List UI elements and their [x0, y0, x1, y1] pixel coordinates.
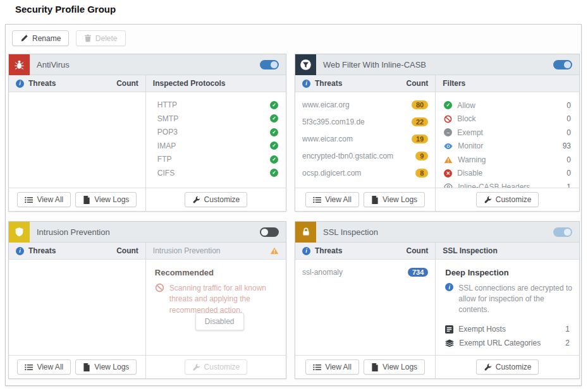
- view-all-label: View All: [37, 363, 63, 371]
- prohibited-icon: [155, 283, 164, 316]
- threat-count-badge: 9: [415, 152, 428, 160]
- enabled-check-icon: ✓: [270, 114, 278, 123]
- ips-right-header: Intrusion Prevention: [146, 243, 286, 260]
- protocol-row: IMAP✓: [157, 141, 278, 150]
- ssl-title: SSL Inspection: [323, 227, 553, 237]
- rename-label: Rename: [32, 34, 61, 43]
- antivirus-customize-button[interactable]: Customize: [185, 192, 248, 207]
- log-icon: [83, 196, 90, 204]
- recommended-text: Scanning traffic for all known threats a…: [169, 283, 285, 316]
- antivirus-title: AntiVirus: [37, 60, 260, 69]
- enabled-check-icon: ✓: [270, 101, 278, 109]
- filters-list: ✓ Allow 0 Block 0 – Exempt 0: [436, 92, 579, 188]
- ssl-header: SSL Inspection: [295, 222, 579, 243]
- exempt-hosts-count: 1: [565, 325, 570, 334]
- view-logs-label: View Logs: [94, 195, 129, 204]
- ips-customize-button[interactable]: Customize: [185, 359, 248, 375]
- delete-label: Delete: [95, 34, 118, 43]
- filters-label: Filters: [443, 79, 465, 88]
- toolbar: Rename Delete: [6, 25, 581, 54]
- protocol-name: SMTP: [157, 114, 178, 123]
- filter-row: Monitor 93: [444, 140, 571, 153]
- antivirus-view-logs-button[interactable]: View Logs: [75, 192, 137, 207]
- webfilter-customize-button[interactable]: Customize: [476, 192, 539, 207]
- deep-inspection-text: SSL connections are decrypted to allow f…: [458, 283, 577, 315]
- threat-count-badge: 22: [412, 117, 428, 126]
- filter-count: 0: [567, 101, 571, 110]
- ssl-customize-button[interactable]: Customize: [476, 359, 539, 375]
- view-all-label: View All: [325, 195, 352, 204]
- view-all-label: View All: [325, 363, 352, 371]
- customize-label: Customize: [204, 195, 240, 204]
- disabled-tooltip: Disabled: [195, 313, 244, 330]
- filter-count: 1: [567, 183, 571, 188]
- webfilter-view-all-button[interactable]: View All: [305, 192, 359, 207]
- exempt-hosts-label: Exempt Hosts: [458, 325, 506, 334]
- antivirus-toggle[interactable]: [260, 60, 279, 69]
- warning-triangle-icon: [444, 156, 453, 164]
- ips-view-all-button[interactable]: View All: [17, 359, 71, 375]
- threat-name: ssl-anomaly: [302, 268, 343, 277]
- layers-icon: [445, 339, 454, 347]
- customize-label: Customize: [496, 363, 532, 371]
- view-logs-label: View Logs: [383, 195, 417, 204]
- ips-toggle[interactable]: [260, 227, 279, 237]
- disable-icon: ✕: [444, 169, 452, 177]
- trash-icon: [84, 34, 92, 42]
- filter-label: Inline-CASB Headers: [458, 183, 530, 188]
- threat-row: ocsp.digicert.com8: [302, 164, 428, 181]
- wrench-icon: [192, 196, 200, 204]
- filter-row: – Exempt 0: [444, 126, 571, 140]
- webfilter-toggle[interactable]: [553, 60, 572, 69]
- enabled-check-icon: ✓: [270, 155, 278, 164]
- webfilter-view-logs-button[interactable]: View Logs: [364, 192, 425, 207]
- threat-count-badge: 80: [412, 100, 428, 109]
- protocol-name: HTTP: [157, 100, 177, 109]
- threat-count-badge: 19: [412, 135, 428, 143]
- filter-row: ✕ Disable 0: [444, 167, 571, 181]
- inspected-protocols-label: Inspected Protocols: [153, 79, 226, 88]
- ssl-inspection-header: SSL Inspection: [436, 243, 579, 260]
- filter-count: 93: [563, 141, 571, 150]
- log-icon: [371, 363, 379, 371]
- ips-view-logs-button[interactable]: View Logs: [75, 359, 137, 375]
- ssl-view-all-button[interactable]: View All: [305, 359, 359, 375]
- allow-icon: ✓: [444, 101, 452, 109]
- ssl-inspection-label: SSL Inspection: [443, 246, 497, 255]
- ssl-inspection-panel: Deep Inspection i SSL connections are de…: [436, 260, 579, 355]
- ssl-threats-list: ssl-anomaly 734: [295, 260, 435, 355]
- protocol-name: FTP: [157, 155, 172, 164]
- threats-label: Threats: [315, 79, 342, 88]
- wrench-icon: [192, 363, 200, 371]
- threat-row: ssl-anomaly 734: [302, 263, 428, 280]
- count-label: Count: [407, 246, 429, 255]
- count-label: Count: [407, 79, 429, 88]
- list-icon: [313, 364, 321, 371]
- webfilter-threats-list: www.eicar.org80 5f3c395.com19.de22 www.e…: [295, 92, 435, 188]
- ssl-view-logs-button[interactable]: View Logs: [364, 359, 425, 375]
- threat-name: www.eicar.com: [302, 135, 353, 143]
- ssl-threats-header: i Threats Count: [295, 243, 435, 260]
- filters-header: Filters: [436, 75, 579, 92]
- threats-label: Threats: [28, 246, 56, 255]
- protocol-name: POP3: [157, 128, 178, 136]
- threat-row: www.eicar.com19: [302, 130, 428, 147]
- rename-button[interactable]: Rename: [12, 30, 69, 46]
- customize-label: Customize: [496, 195, 532, 204]
- antivirus-view-all-button[interactable]: View All: [17, 192, 71, 207]
- filter-label: Block: [457, 114, 475, 123]
- filter-row: Block 0: [444, 112, 571, 126]
- page-title: Security Profile Group: [15, 4, 116, 15]
- lock-icon: [295, 222, 316, 243]
- card-ssl-inspection: SSL Inspection i Threats Count ssl-anoma…: [295, 221, 580, 379]
- delete-button[interactable]: Delete: [76, 30, 126, 46]
- filter-row: Warning 0: [444, 153, 571, 167]
- filter-count: 0: [567, 155, 571, 164]
- antivirus-threats-header: i Threats Count: [9, 75, 145, 92]
- ips-header: Intrusion Prevention: [9, 222, 286, 243]
- enabled-check-icon: ✓: [270, 128, 278, 136]
- threats-label: Threats: [28, 79, 56, 88]
- antivirus-threats-body: [9, 92, 145, 188]
- filter-count: 0: [567, 114, 571, 123]
- ssl-toggle[interactable]: [553, 227, 572, 237]
